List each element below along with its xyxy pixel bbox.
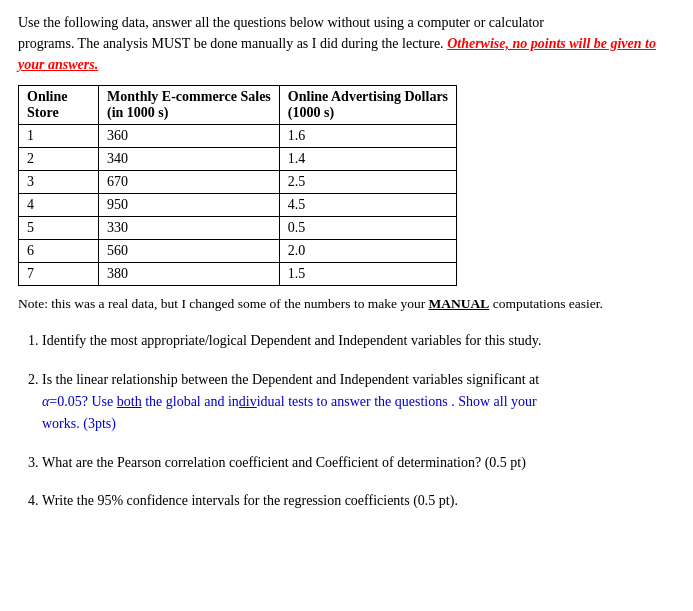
col-header-advertising: Online Advertising Dollars(1000 s) (279, 86, 456, 125)
table-cell-r3-c2: 4.5 (279, 194, 456, 217)
table-cell-r5-c1: 560 (99, 240, 280, 263)
note-after: computations easier. (489, 296, 603, 311)
question-3-text: What are the Pearson correlation coeffic… (42, 455, 526, 470)
table-cell-r0-c0: 1 (19, 125, 99, 148)
question-4-text: Write the 95% confidence intervals for t… (42, 493, 458, 508)
table-cell-r2-c1: 670 (99, 171, 280, 194)
table-cell-r6-c2: 1.5 (279, 263, 456, 286)
table-cell-r4-c2: 0.5 (279, 217, 456, 240)
table-cell-r1-c1: 340 (99, 148, 280, 171)
table-row: 65602.0 (19, 240, 457, 263)
table-cell-r2-c2: 2.5 (279, 171, 456, 194)
table-cell-r4-c1: 330 (99, 217, 280, 240)
note-bold: MANUAL (429, 296, 490, 311)
table-cell-r2-c0: 3 (19, 171, 99, 194)
table-row: 49504.5 (19, 194, 457, 217)
intro-line2: programs. The analysis MUST be done manu… (18, 36, 444, 51)
data-table: OnlineStore Monthly E-commerce Sales(in … (18, 85, 457, 286)
table-cell-r4-c0: 5 (19, 217, 99, 240)
question-4: Write the 95% confidence intervals for t… (42, 490, 675, 512)
question-1-text: Identify the most appropriate/logical De… (42, 333, 541, 348)
col-header-sales: Monthly E-commerce Sales(in 1000 s) (99, 86, 280, 125)
question-2-intro: Is the linear relationship between the D… (42, 372, 539, 387)
note-text: Note: this was a real data, but I change… (18, 294, 675, 314)
intro-line1: Use the following data, answer all the q… (18, 15, 544, 30)
question-2: Is the linear relationship between the D… (42, 369, 675, 436)
alpha-symbol: α (42, 394, 49, 409)
question-2-blue: α=0.05? Use both the global and individu… (42, 394, 537, 431)
table-cell-r1-c2: 1.4 (279, 148, 456, 171)
table-cell-r1-c0: 2 (19, 148, 99, 171)
col-header-store: OnlineStore (19, 86, 99, 125)
intro-paragraph: Use the following data, answer all the q… (18, 12, 675, 75)
table-cell-r5-c0: 6 (19, 240, 99, 263)
question-1: Identify the most appropriate/logical De… (42, 330, 675, 352)
table-row: 53300.5 (19, 217, 457, 240)
note-before: Note: this was a real data, but I change… (18, 296, 429, 311)
table-cell-r5-c2: 2.0 (279, 240, 456, 263)
table-row: 36702.5 (19, 171, 457, 194)
question-3: What are the Pearson correlation coeffic… (42, 452, 675, 474)
table-cell-r6-c1: 380 (99, 263, 280, 286)
table-row: 73801.5 (19, 263, 457, 286)
table-cell-r3-c1: 950 (99, 194, 280, 217)
table-cell-r3-c0: 4 (19, 194, 99, 217)
table-row: 23401.4 (19, 148, 457, 171)
table-cell-r0-c2: 1.6 (279, 125, 456, 148)
table-row: 13601.6 (19, 125, 457, 148)
table-cell-r6-c0: 7 (19, 263, 99, 286)
table-cell-r0-c1: 360 (99, 125, 280, 148)
questions-list: Identify the most appropriate/logical De… (18, 330, 675, 512)
